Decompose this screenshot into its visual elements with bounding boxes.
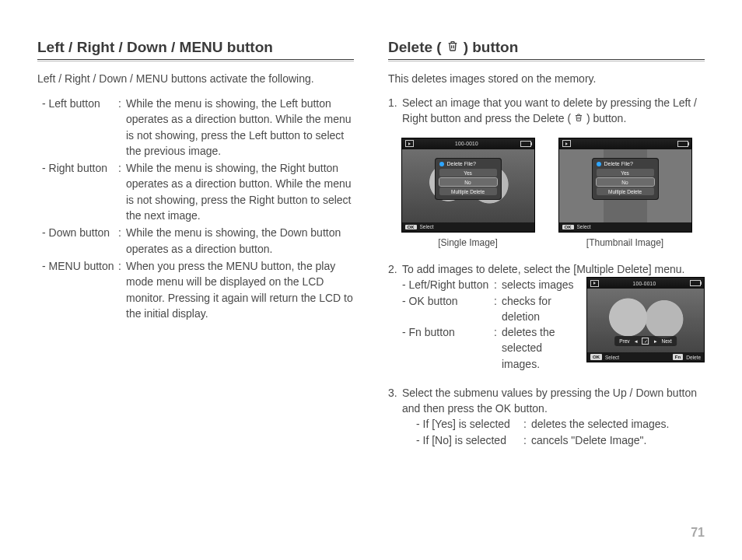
check-icon	[642, 338, 649, 345]
option-yes: Yes	[597, 169, 654, 177]
trash-icon	[574, 111, 583, 127]
chevron-left-icon: ◂	[635, 338, 638, 345]
colon: :	[494, 324, 502, 372]
select-label: Select	[605, 354, 619, 361]
colon: :	[494, 293, 502, 325]
status-icons	[520, 141, 531, 147]
lcd-footer: OK Select Fn Delete	[587, 352, 704, 362]
chevron-right-icon: ▸	[654, 338, 657, 345]
def-down-button: - Down button : While the menu is showin…	[42, 225, 354, 257]
status-icons	[690, 280, 701, 286]
battery-icon	[520, 141, 531, 147]
desc: cancels "Delete Image".	[531, 432, 646, 448]
shot-thumbnail: Delete File? Yes No Multiple Delete OK S…	[558, 138, 692, 248]
label: - OK button	[402, 293, 494, 325]
battery-icon	[677, 141, 688, 147]
step-number: 3.	[388, 386, 402, 448]
prev-label: Prev	[619, 338, 629, 345]
term: - Down button	[42, 225, 118, 257]
option-multiple-delete: Multiple Delete	[439, 187, 497, 195]
desc: deletes the selected images.	[502, 324, 574, 372]
info-dot-icon	[597, 162, 601, 166]
delete-dialog: Delete File? Yes No Multiple Delete	[435, 158, 502, 200]
ok-badge: OK	[562, 225, 574, 229]
option-no: No	[597, 178, 654, 186]
label: - Left/Right button	[402, 277, 494, 292]
step3-lead: Select the submenu values by pressing th…	[402, 386, 705, 416]
desc: While the menu is showing, the Left butt…	[126, 96, 354, 159]
file-counter: 100-0010	[633, 280, 656, 287]
term: - Right button	[42, 160, 118, 223]
colon: :	[494, 277, 502, 292]
page-number: 71	[691, 526, 705, 540]
step-body: Select an image that you want to delete …	[402, 96, 705, 127]
label: - If [Yes] is selected	[416, 416, 523, 432]
step-3: 3. Select the submenu values by pressing…	[388, 386, 705, 448]
heading-text-pre: Delete (	[388, 39, 442, 56]
left-intro: Left / Right / Down / MENU buttons activ…	[37, 72, 354, 85]
label: - If [No] is selected	[416, 432, 523, 448]
option-yes: Yes	[439, 169, 497, 177]
step-body: Select the submenu values by pressing th…	[402, 386, 705, 448]
caption-single: [Single Image]	[438, 237, 498, 248]
dialog-title: Delete File?	[592, 161, 659, 169]
desc: deletes the selected images.	[531, 416, 669, 432]
step-number: 1.	[388, 96, 402, 127]
fn-badge: Fn	[673, 354, 683, 360]
button-definitions: - Left button : While the menu is showin…	[42, 96, 354, 321]
lcd-thumbnail: Delete File? Yes No Multiple Delete OK S…	[558, 138, 692, 233]
left-column: Left / Right / Down / MENU button Left /…	[37, 39, 354, 459]
step1-text-post: ) button.	[586, 112, 626, 124]
def-right-button: - Right button : While the menu is showi…	[42, 160, 354, 223]
manual-page: Left / Right / Down / MENU button Left /…	[0, 0, 742, 459]
colon: :	[118, 225, 126, 257]
colon: :	[523, 432, 531, 448]
trash-icon	[446, 39, 459, 56]
step2-row-fn: - Fn button : deletes the selected image…	[402, 324, 574, 372]
file-counter: 100-0010	[455, 141, 478, 146]
left-heading: Left / Right / Down / MENU button	[37, 39, 354, 56]
screenshot-row: 100-0010 Delete File? Yes No Multiple De…	[388, 138, 705, 248]
ok-badge: OK	[590, 354, 602, 360]
select-label: Select	[420, 224, 434, 229]
caption-thumbnail: [Thumbnail Image]	[586, 237, 663, 248]
step2-row-ok: - OK button : checks for deletion	[402, 293, 574, 325]
colon: :	[118, 96, 126, 159]
delete-label: Delete	[686, 354, 701, 361]
info-dot-icon	[439, 162, 444, 166]
step3-sub: - If [Yes] is selected : deletes the sel…	[416, 416, 705, 448]
step3-row-no: - If [No] is selected : cancels "Delete …	[416, 432, 705, 448]
play-icon	[562, 140, 571, 147]
lcd-footer: OK Select	[559, 222, 691, 232]
heading-rule	[388, 59, 705, 60]
step2-row-leftright: - Left/Right button : selects images	[402, 277, 574, 292]
heading-rule	[37, 59, 354, 60]
ok-badge: OK	[405, 225, 417, 229]
desc: When you press the MENU button, the play…	[126, 258, 354, 321]
heading-text-post: ) button	[464, 39, 519, 56]
label: - Fn button	[402, 324, 494, 372]
status-icons	[677, 141, 688, 147]
dialog-title: Delete File?	[435, 161, 502, 169]
desc: checks for deletion	[502, 293, 574, 325]
step1-text-pre: Select an image that you want to delete …	[402, 96, 697, 124]
step-number: 2.	[388, 262, 402, 372]
lcd-topbar: 100-0010	[402, 138, 534, 149]
term: - MENU button	[42, 258, 118, 321]
lcd-multiple-delete: 100-0010 Prev ◂ ▸ Next	[586, 277, 705, 362]
step-1: 1. Select an image that you want to dele…	[388, 96, 705, 127]
dialog-title-text: Delete File?	[604, 161, 633, 166]
lcd-topbar	[559, 138, 691, 149]
lcd-footer: OK Select	[402, 222, 534, 232]
prev-next-bar: Prev ◂ ▸ Next	[614, 336, 677, 346]
colon: :	[118, 258, 126, 321]
step3-row-yes: - If [Yes] is selected : deletes the sel…	[416, 416, 705, 432]
option-multiple-delete: Multiple Delete	[597, 187, 654, 195]
desc: selects images	[502, 277, 574, 292]
term: - Left button	[42, 96, 118, 159]
def-left-button: - Left button : While the menu is showin…	[42, 96, 354, 159]
desc: While the menu is showing, the Right but…	[126, 160, 354, 223]
delete-dialog: Delete File? Yes No Multiple Delete	[592, 158, 659, 200]
select-label: Select	[577, 224, 591, 229]
right-column: Delete ( ) button This deletes images st…	[388, 39, 705, 459]
